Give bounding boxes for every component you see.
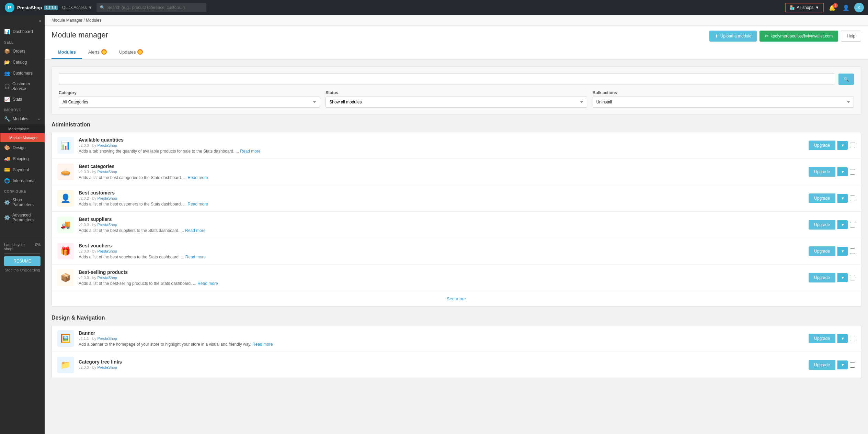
main-content: Module Manager / Modules Module manager … bbox=[45, 15, 868, 393]
sidebar-section-sell: SELL bbox=[0, 37, 45, 46]
module-actions: Upgrade ▼ bbox=[809, 360, 855, 370]
administration-module-list: 📊 Available quantities v2.0.0 - by Prest… bbox=[52, 132, 861, 307]
advanced-params-icon: ⚙️ bbox=[4, 215, 10, 220]
upgrade-dropdown-button[interactable]: ▼ bbox=[837, 247, 848, 256]
email-button[interactable]: ✉ kpolymeropoulos@vivawallet.com bbox=[760, 31, 838, 42]
quick-access-button[interactable]: Quick Access ▼ bbox=[62, 5, 92, 10]
sidebar-item-design[interactable]: 🎨 Design bbox=[0, 142, 45, 153]
sidebar-item-shipping[interactable]: 🚚 Shipping bbox=[0, 153, 45, 164]
upgrade-button[interactable]: Upgrade bbox=[809, 220, 835, 230]
read-more-link[interactable]: Read more bbox=[188, 202, 208, 207]
module-checkbox[interactable] bbox=[850, 362, 855, 368]
upgrade-dropdown-button[interactable]: ▼ bbox=[837, 273, 848, 282]
sidebar-label-marketplace: Marketplace bbox=[8, 127, 29, 131]
sidebar-item-shop-parameters[interactable]: ⚙️ Shop Parameters bbox=[0, 195, 45, 210]
module-desc: Adds a list of the best customers to the… bbox=[79, 202, 804, 207]
module-icon-best-vouchers: 🎁 bbox=[57, 243, 74, 259]
module-checkbox[interactable] bbox=[850, 222, 855, 227]
module-checkbox[interactable] bbox=[850, 248, 855, 254]
module-icon-category-tree-links: 📁 bbox=[57, 357, 74, 373]
sidebar: « 📊 Dashboard SELL 📦 Orders 📂 Catalog 👥 … bbox=[0, 15, 45, 393]
sidebar-item-module-manager[interactable]: Module Manager bbox=[0, 133, 45, 142]
employee-button[interactable]: 👤 bbox=[841, 3, 852, 12]
sidebar-label-payment: Payment bbox=[13, 167, 29, 172]
page-title: Module manager bbox=[52, 31, 108, 40]
sidebar-item-international[interactable]: 🌐 International bbox=[0, 175, 45, 186]
chevron-down-icon: ▼ bbox=[815, 5, 819, 10]
category-select[interactable]: All Categories bbox=[59, 97, 320, 108]
tab-modules[interactable]: Modules bbox=[52, 46, 82, 59]
read-more-link[interactable]: Read more bbox=[240, 149, 260, 154]
module-actions: Upgrade ▼ bbox=[809, 193, 855, 203]
envelope-icon: ✉ bbox=[765, 34, 768, 38]
sidebar-item-modules[interactable]: 🔧 Modules bbox=[0, 113, 45, 124]
stop-onboarding-link[interactable]: Stop the OnBoarding bbox=[4, 268, 41, 272]
bulk-select[interactable]: Uninstall Enable Disable bbox=[593, 97, 854, 108]
module-checkbox[interactable] bbox=[850, 169, 855, 175]
upgrade-button[interactable]: Upgrade bbox=[809, 334, 835, 343]
module-version: v2.0.0 - by PrestaShop bbox=[79, 365, 804, 369]
module-checkbox[interactable] bbox=[850, 336, 855, 341]
tab-alerts[interactable]: Alerts 🟡 bbox=[82, 46, 113, 59]
upload-module-button[interactable]: ⬆ Upload a module bbox=[709, 31, 757, 42]
onboarding-area: Launch your shop! 0% RESUME Stop the OnB… bbox=[0, 239, 45, 276]
upgrade-button[interactable]: Upgrade bbox=[809, 246, 835, 256]
upgrade-dropdown-button[interactable]: ▼ bbox=[837, 141, 848, 150]
search-module-row: 🔍 bbox=[59, 74, 854, 85]
sidebar-item-dashboard[interactable]: 📊 Dashboard bbox=[0, 26, 45, 37]
module-checkbox[interactable] bbox=[850, 275, 855, 280]
sidebar-item-catalog[interactable]: 📂 Catalog bbox=[0, 57, 45, 68]
avatar[interactable]: K bbox=[854, 3, 864, 12]
sidebar-item-stats[interactable]: 📈 Stats bbox=[0, 94, 45, 105]
all-shops-button[interactable]: 🏪 All shops ▼ bbox=[785, 3, 824, 12]
module-checkbox[interactable] bbox=[850, 143, 855, 148]
logo-icon: P bbox=[4, 2, 15, 13]
modules-icon: 🔧 bbox=[4, 116, 10, 122]
read-more-link[interactable]: Read more bbox=[185, 255, 206, 259]
module-search-input[interactable] bbox=[59, 74, 835, 85]
upgrade-button[interactable]: Upgrade bbox=[809, 360, 835, 370]
module-item-banner: 🖼️ Banner v2.1.1 - by PrestaShop Add a b… bbox=[52, 325, 861, 352]
read-more-link[interactable]: Read more bbox=[197, 281, 218, 286]
svg-text:🖼️: 🖼️ bbox=[60, 333, 71, 343]
see-more-link[interactable]: See more bbox=[447, 296, 466, 301]
upgrade-button[interactable]: Upgrade bbox=[809, 167, 835, 177]
resume-button[interactable]: RESUME bbox=[4, 256, 41, 266]
module-info-best-customers: Best customers v2.0.2 - by PrestaShop Ad… bbox=[79, 190, 804, 207]
sidebar-label-stats: Stats bbox=[13, 97, 22, 102]
module-checkbox[interactable] bbox=[850, 196, 855, 201]
help-button[interactable]: Help bbox=[841, 31, 861, 42]
upgrade-button[interactable]: Upgrade bbox=[809, 273, 835, 282]
sidebar-item-customer-service[interactable]: 🎧 Customer Service bbox=[0, 79, 45, 94]
module-info-best-vouchers: Best vouchers v2.0.0 - by PrestaShop Add… bbox=[79, 243, 804, 259]
global-search-input[interactable] bbox=[96, 3, 206, 12]
upgrade-button[interactable]: Upgrade bbox=[809, 141, 835, 150]
sidebar-item-payment[interactable]: 💳 Payment bbox=[0, 164, 45, 175]
sidebar-item-customers[interactable]: 👥 Customers bbox=[0, 68, 45, 79]
read-more-link[interactable]: Read more bbox=[252, 342, 273, 347]
breadcrumb-separator: / bbox=[83, 18, 84, 23]
customers-icon: 👥 bbox=[4, 70, 10, 76]
read-more-link[interactable]: Read more bbox=[188, 175, 208, 180]
notifications-button[interactable]: 🔔 3 bbox=[827, 3, 838, 12]
read-more-link[interactable]: Read more bbox=[185, 228, 205, 233]
module-search-button[interactable]: 🔍 bbox=[838, 74, 854, 85]
sidebar-item-advanced-parameters[interactable]: ⚙️ Advanced Parameters bbox=[0, 210, 45, 225]
category-label: Category bbox=[59, 90, 320, 95]
status-select[interactable]: Show all modules Enabled Disabled bbox=[326, 97, 587, 108]
upgrade-dropdown-button[interactable]: ▼ bbox=[837, 334, 848, 343]
page-header: Module manager ⬆ Upload a module ✉ kpoly… bbox=[45, 26, 868, 59]
upgrade-button[interactable]: Upgrade bbox=[809, 193, 835, 203]
module-info-best-suppliers: Best suppliers v2.0.0 - by PrestaShop Ad… bbox=[79, 216, 804, 233]
topbar-right: 🏪 All shops ▼ 🔔 3 👤 K bbox=[785, 3, 864, 12]
module-info-best-selling-products: Best-selling products v2.0.0 - by Presta… bbox=[79, 269, 804, 286]
upgrade-dropdown-button[interactable]: ▼ bbox=[837, 360, 848, 369]
upgrade-dropdown-button[interactable]: ▼ bbox=[837, 194, 848, 203]
sidebar-item-marketplace[interactable]: Marketplace bbox=[0, 124, 45, 133]
sidebar-item-orders[interactable]: 📦 Orders bbox=[0, 46, 45, 57]
tab-updates[interactable]: Updates 🟡 bbox=[113, 46, 149, 59]
upgrade-dropdown-button[interactable]: ▼ bbox=[837, 167, 848, 176]
sidebar-collapse-button[interactable]: « bbox=[0, 15, 45, 26]
sidebar-label-orders: Orders bbox=[13, 49, 25, 54]
upgrade-dropdown-button[interactable]: ▼ bbox=[837, 220, 848, 229]
